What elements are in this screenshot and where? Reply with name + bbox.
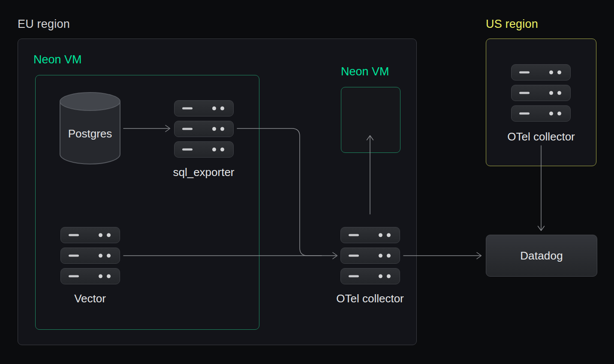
rack-bar — [340, 227, 400, 243]
status-dots — [549, 112, 561, 116]
status-dot — [212, 148, 216, 152]
otel-collector-eu-label: OTel collector — [319, 292, 421, 305]
rack-bar — [511, 64, 571, 81]
dash-icon — [69, 234, 79, 236]
status-dots — [212, 127, 224, 131]
neon-vm-secondary-box — [341, 87, 400, 153]
rack-bar — [60, 268, 120, 284]
dash-icon — [519, 92, 530, 94]
dash-icon — [349, 275, 359, 277]
status-dot — [99, 274, 102, 278]
status-dot — [379, 274, 382, 278]
sql-exporter-label: sql_exporter — [152, 166, 255, 179]
status-dot — [220, 127, 224, 131]
us-region-label: US region — [486, 18, 538, 31]
rack-bar — [511, 85, 571, 101]
neon-vm-primary-label: Neon VM — [33, 53, 82, 66]
status-dot — [557, 71, 561, 75]
dash-icon — [182, 128, 193, 130]
rack-bar — [340, 248, 400, 264]
rack-bar — [174, 100, 234, 116]
rack-bar — [174, 121, 234, 137]
status-dots — [549, 91, 561, 95]
status-dot — [99, 254, 102, 258]
postgres-label: Postgres — [59, 127, 121, 140]
status-dot — [379, 233, 382, 237]
status-dots — [379, 233, 391, 237]
dash-icon — [519, 113, 530, 115]
rack-bar — [60, 227, 120, 243]
status-dots — [379, 254, 391, 258]
status-dot — [107, 274, 111, 278]
vector-label: Vector — [39, 292, 141, 305]
dash-icon — [349, 234, 359, 236]
dash-icon — [182, 107, 193, 110]
status-dots — [99, 274, 111, 278]
status-dot — [557, 91, 561, 95]
status-dot — [379, 254, 382, 258]
server-rack-icon — [511, 64, 571, 122]
server-rack-icon — [60, 227, 120, 284]
status-dot — [107, 254, 111, 258]
datadog-label: Datadog — [520, 249, 563, 263]
status-dots — [212, 148, 224, 152]
status-dot — [220, 107, 224, 110]
dash-icon — [69, 275, 79, 277]
status-dots — [379, 274, 391, 278]
rack-bar — [340, 268, 400, 284]
status-dot — [557, 112, 561, 116]
status-dot — [99, 233, 102, 237]
status-dot — [549, 91, 553, 95]
status-dots — [549, 71, 561, 75]
status-dot — [387, 254, 391, 258]
status-dot — [212, 107, 216, 110]
status-dot — [387, 274, 391, 278]
datadog-node: Datadog — [486, 235, 597, 277]
dash-icon — [182, 149, 193, 151]
rack-bar — [60, 248, 120, 264]
rack-bar — [511, 105, 571, 122]
neon-vm-secondary-label: Neon VM — [341, 65, 389, 78]
dash-icon — [69, 255, 79, 257]
status-dots — [99, 254, 111, 258]
dash-icon — [349, 255, 359, 257]
server-rack-icon — [340, 227, 400, 284]
status-dot — [549, 71, 553, 75]
status-dot — [212, 127, 216, 131]
rack-bar — [174, 141, 234, 158]
dash-icon — [519, 72, 530, 74]
status-dot — [107, 233, 111, 237]
status-dot — [549, 112, 553, 116]
eu-region-label: EU region — [18, 18, 70, 31]
status-dot — [220, 148, 224, 152]
status-dots — [99, 233, 111, 237]
server-rack-icon — [174, 100, 234, 158]
status-dots — [212, 107, 224, 110]
otel-collector-us-label: OTel collector — [490, 130, 593, 143]
status-dot — [387, 233, 391, 237]
